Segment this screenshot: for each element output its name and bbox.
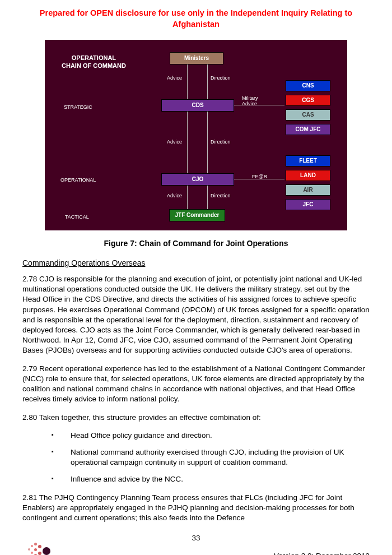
list-item: ▪Influence and advice by the NCC.: [52, 474, 370, 484]
logo-icon: [28, 543, 52, 555]
arrow-label-advice: Advice: [167, 75, 182, 81]
classification-banner: Prepared for OPEN disclosure for use onl…: [22, 0, 370, 40]
paragraph-280: 2.80 Taken together, this structure prov…: [22, 413, 370, 423]
bullet-list: ▪Head Office policy guidance and directi…: [52, 431, 370, 485]
transforming-defence-logo: Transforming Defence: [22, 543, 90, 555]
paragraph-278: 2.78 CJO is responsible for the planning…: [22, 274, 370, 356]
paragraph-281: 2.81 The PJHQ Contingency Planning Team …: [22, 493, 370, 524]
arrow-label-advice: Advice: [167, 138, 182, 145]
list-item-text: Influence and advice by the NCC.: [71, 474, 183, 484]
level-operational: OPERATIONAL: [60, 177, 96, 183]
box-cjo: CJO: [161, 173, 234, 186]
chain-of-command-diagram: OPERATIONAL CHAIN OF COMMAND STRATEGIC O…: [45, 40, 347, 230]
bullet-icon: ▪: [52, 431, 71, 441]
list-item: ▪Head Office policy guidance and directi…: [52, 431, 370, 441]
list-item: ▪National command authority exercised th…: [52, 447, 370, 468]
box-com-jfc: COM JFC: [286, 124, 330, 135]
list-item-text: Head Office policy guidance and directio…: [71, 431, 212, 441]
arrow-label-direction: Direction: [211, 75, 231, 81]
version-text: Version 3.0: December 2012: [274, 551, 370, 555]
box-land: LAND: [286, 170, 330, 181]
arrow-label-military-advice: Military Advice: [242, 96, 258, 107]
box-ministers: Ministers: [170, 52, 223, 64]
arrow-label-advice: Advice: [167, 192, 182, 199]
box-cds: CDS: [161, 99, 234, 112]
box-fleet: FLEET: [286, 155, 330, 166]
list-item-text: National command authority exercised thr…: [71, 447, 370, 468]
page-number: 33: [192, 533, 200, 543]
arrow-label-direction: Direction: [211, 138, 231, 145]
box-cas: CAS: [286, 109, 330, 121]
level-strategic: STRATEGIC: [64, 104, 92, 110]
paragraph-279: 2.79 Recent operational experience has l…: [22, 364, 370, 405]
box-cns: CNS: [286, 80, 330, 91]
figure-caption: Figure 7: Chain of Command for Joint Ope…: [22, 238, 370, 249]
level-tactical: TACTICAL: [65, 214, 89, 220]
arrow-label-fer: FE@R: [252, 173, 267, 180]
document-page: Prepared for OPEN disclosure for use onl…: [0, 0, 392, 555]
bullet-icon: ▪: [52, 447, 71, 468]
diagram-title: OPERATIONAL CHAIN OF COMMAND: [62, 54, 126, 70]
page-footer: Transforming Defence 33 Version 3.0: Dec…: [22, 531, 370, 555]
box-cgs: CGS: [286, 95, 330, 106]
box-jtf-commander: JTF Commander: [169, 209, 225, 221]
section-heading: Commanding Operations Overseas: [22, 258, 370, 269]
box-jfc: JFC: [286, 199, 330, 210]
bullet-icon: ▪: [52, 474, 71, 484]
arrow-label-direction: Direction: [211, 192, 231, 199]
box-air: AIR: [286, 184, 330, 196]
